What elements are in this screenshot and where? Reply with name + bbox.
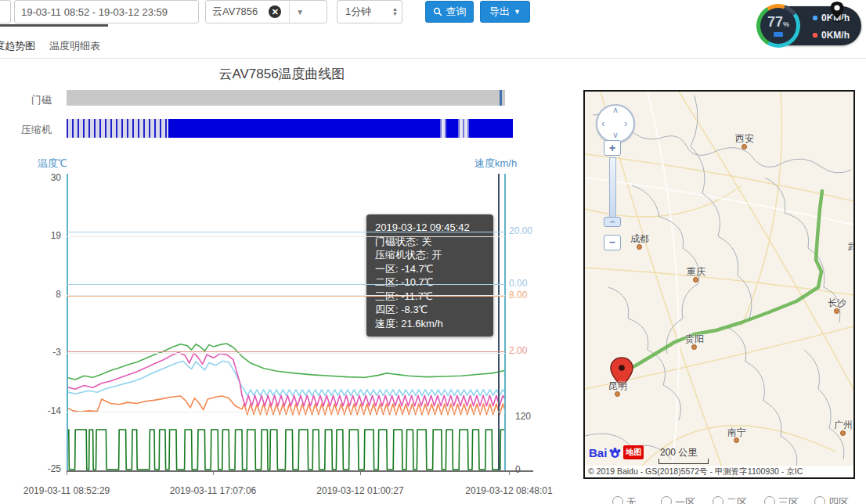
search-icon [433,7,442,16]
compressor-bar-label: 压缩机 [21,123,52,137]
vehicle-select-value: 云AV7856 [212,5,258,19]
alarm-ref-label: 2.00 [509,345,527,356]
map-scale-label: 200 公里 [660,446,697,459]
y-left-tick-label: 8 [38,289,61,300]
zone-radio-一区[interactable] [661,496,672,504]
alarm-ref-line [67,296,505,297]
active-tab-indicator [0,24,108,27]
y-left-axis-title: 温度℃ [38,157,67,171]
x-tick-mark [213,471,214,475]
gridline [67,236,505,237]
x-tick-mark [509,471,510,475]
zone-radio-二区[interactable] [713,496,723,504]
export-button-label: 导出 [489,5,510,19]
date-range-input[interactable] [14,0,199,23]
tooltip-line: 二区: -10.7℃ [375,275,485,290]
gauge-percent-unit: % [783,20,789,28]
map-borders [585,95,851,467]
interval-spinner[interactable]: 1分钟 ▲▼ [337,0,402,23]
series-四区 [67,344,505,380]
y-left-tick-label: -14 [38,405,61,416]
alarm-ref-label: 0.00 [509,278,527,289]
x-tick-label: 2019-03-12 08:48:01 [465,485,552,496]
city-label: 武汉 [848,240,855,254]
toolbar-partial-control[interactable] [0,0,11,23]
crosshair-line [498,174,500,471]
location-pin-icon[interactable] [824,0,850,25]
zone-radio-label: 一区 [675,495,695,504]
tooltip-time: 2019-03-12 09:45:42 [375,221,485,235]
tab-temperature-trend[interactable]: 温度趋势图 [0,39,35,53]
y-left-tick-label: -3 [38,347,61,358]
map-scale-bar [659,459,709,464]
door-open-event-tick [500,90,502,106]
clear-vehicle-icon[interactable]: ✕ [269,5,281,18]
y-right-axis-title: 速度km/h [474,157,517,171]
door-bar-label: 门磁 [31,93,52,107]
pan-up-icon[interactable]: ∧ [612,105,619,115]
battery-icon [774,32,783,37]
alarm-ref-line [67,232,505,232]
city-dot-icon [615,391,620,397]
zone-radio-label: 四区 [828,495,849,504]
vehicle-select[interactable]: 云AV7856 ✕ ▼ [205,0,327,23]
zoom-out-button[interactable]: – [604,235,621,250]
export-button[interactable]: 导出 ▼ [480,1,530,23]
x-tick-mark [67,471,67,475]
map-roads [585,92,853,477]
zone-radio-无[interactable] [612,496,623,504]
y-right-axis-line [504,174,506,471]
x-tick-label: 2019-03-11 17:07:06 [170,485,257,496]
gridline [67,412,505,412]
map-canvas [585,92,853,477]
city-dot-icon [854,252,855,257]
tab-temperature-table[interactable]: 温度明细表 [49,39,100,53]
alarm-ref-line [67,284,505,285]
pan-left-icon[interactable]: ‹ [601,117,604,129]
route-polyline [622,191,822,372]
pan-right-icon[interactable]: › [624,117,627,129]
zone-radio-三区[interactable] [764,496,775,504]
stepper-arrows-icon[interactable]: ▲▼ [392,7,398,16]
compressor-bar-gap [440,119,446,138]
baidu-logo-map-box: 地图 [623,445,644,459]
chevron-down-icon[interactable]: ▼ [296,8,304,16]
app-window: 云AV7856 ✕ ▼ 1分钟 ▲▼ 查询 导出 ▼ 0KM/h 0KM/h 7… [0,0,866,504]
city-dot-icon [742,144,747,149]
city-dot-icon [691,344,697,350]
map-pan-control[interactable]: ∧ ∨ ‹ › [596,104,635,143]
zone-radio-四区[interactable] [814,496,825,504]
x-axis-line [67,470,533,472]
x-tick-label: 2019-03-12 01:00:27 [316,485,403,496]
x-tick-mark [360,471,361,475]
map-attribution: © 2019 Baidu - GS(2018)5572号 - 甲测资字11009… [585,466,853,477]
series-speed [67,430,505,470]
compressor-bar-striped-segment[interactable] [67,119,168,138]
zoom-in-button[interactable]: + [604,140,621,156]
y-left-tick-label: 30 [38,172,61,183]
gridline [67,353,505,354]
red-dot-icon [813,33,817,38]
door-status-bar[interactable] [67,90,505,106]
pan-down-icon[interactable]: ∨ [612,130,619,140]
baidu-paw-icon [608,446,622,459]
zoom-slider-handle[interactable]: – [604,217,621,227]
city-dot-icon [834,308,839,314]
baidu-map-panel[interactable]: ∧ ∨ ‹ › + – – 西安成都重庆贵阳长沙南宁广州武汉昆明 Bai 地图 … [583,90,855,479]
query-button[interactable]: 查询 [425,1,474,23]
series-二区 [67,361,505,395]
zoom-slider-track[interactable] [609,157,616,218]
zone-radio-label: 无 [626,495,637,504]
tooltip-line: 速度: 21.6km/h [375,317,485,331]
zone-radio-label: 二区 [727,495,747,504]
speed-bottom-value: 0KM/h [821,30,850,41]
x-tick-label: 2019-03-11 08:52:29 [23,485,110,496]
zone-radio-label: 三区 [778,495,799,504]
alarm-ref-line [67,351,505,352]
y-left-tick-label: -25 [38,463,61,474]
city-dot-icon [693,277,698,283]
query-button-label: 查询 [446,5,467,19]
gauge-percent-value: 77 [767,14,783,30]
tooltip-line: 四区: -8.3℃ [375,303,485,317]
city-dot-icon [840,430,846,436]
